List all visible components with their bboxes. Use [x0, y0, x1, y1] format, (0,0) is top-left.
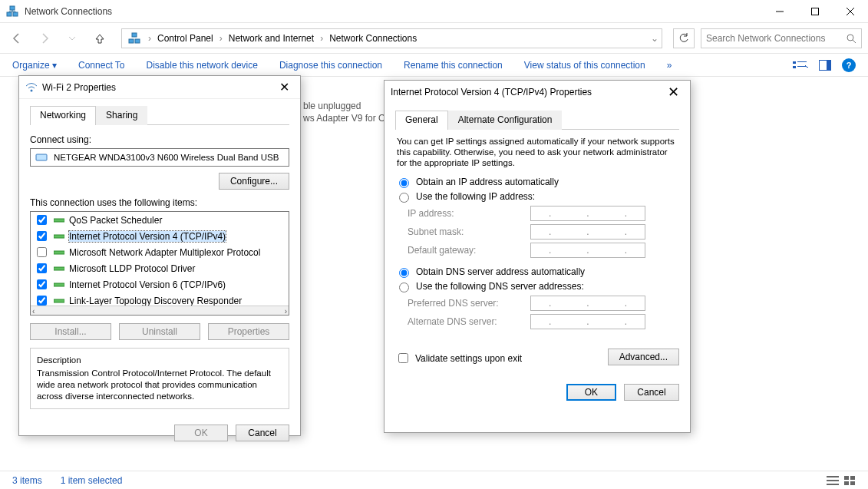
forward-button[interactable]	[34, 28, 55, 49]
tab-alternate[interactable]: Alternate Configuration	[448, 111, 563, 130]
chevron-down-icon[interactable]: ⌄	[651, 33, 658, 44]
rename-button[interactable]: Rename this connection	[404, 60, 503, 71]
radio-input[interactable]	[399, 282, 409, 292]
radio-input[interactable]	[399, 193, 409, 203]
protocol-list[interactable]: QoS Packet SchedulerInternet Protocol Ve…	[30, 211, 289, 316]
checkbox-input[interactable]	[37, 215, 47, 225]
ok-button[interactable]: OK	[174, 425, 228, 441]
details-view-icon[interactable]	[827, 475, 839, 486]
adapter-name: NETGEAR WNDA3100v3 N600 Wireless Dual Ba…	[54, 153, 279, 162]
install-button[interactable]: Install...	[30, 323, 111, 340]
properties-button[interactable]: Properties	[208, 323, 289, 340]
validate-checkbox[interactable]: Validate settings upon exit	[395, 351, 522, 365]
connect-to-button[interactable]: Connect To	[78, 60, 125, 71]
wifi-properties-dialog: Wi-Fi 2 Properties ✕ Networking Sharing …	[18, 75, 301, 436]
close-icon[interactable]: ✕	[663, 84, 684, 101]
svg-rect-4	[812, 8, 819, 15]
diagnose-button[interactable]: Diagnose this connection	[279, 60, 382, 71]
connect-using-label: Connect using:	[30, 134, 289, 145]
protocol-icon	[54, 233, 64, 240]
tab-sharing[interactable]: Sharing	[96, 106, 147, 125]
adapter-field[interactable]: NETGEAR WNDA3100v3 N600 Wireless Dual Ba…	[30, 148, 289, 167]
maximize-button[interactable]	[797, 0, 833, 23]
ok-button[interactable]: OK	[566, 384, 616, 401]
chevron-right-icon[interactable]: ›	[219, 33, 223, 44]
minimize-button[interactable]	[762, 0, 797, 23]
view-status-button[interactable]: View status of this connection	[524, 60, 645, 71]
checkbox-input[interactable]	[37, 263, 47, 273]
preview-pane-icon[interactable]	[819, 60, 831, 71]
subnet-mask-input: ...	[530, 224, 645, 240]
radio-manual-ip[interactable]: Use the following IP address:	[395, 190, 679, 203]
horizontal-scrollbar[interactable]: ‹›	[31, 306, 289, 316]
cancel-button[interactable]: Cancel	[624, 384, 679, 401]
close-button[interactable]	[833, 0, 868, 23]
preferred-dns-input: ...	[530, 296, 645, 311]
search-icon	[846, 33, 856, 44]
advanced-button[interactable]: Advanced...	[608, 349, 679, 365]
wifi-icon	[25, 82, 38, 93]
checkbox-input[interactable]	[398, 353, 408, 363]
checkbox-input[interactable]	[37, 279, 47, 289]
dialog-titlebar[interactable]: Internet Protocol Version 4 (TCP/IPv4) P…	[384, 81, 690, 104]
view-options-icon[interactable]	[793, 60, 808, 71]
titlebar: Network Connections	[0, 0, 868, 23]
tab-general[interactable]: General	[395, 111, 448, 130]
checkbox-input[interactable]	[37, 296, 47, 306]
radio-auto-ip[interactable]: Obtain an IP address automatically	[395, 176, 679, 188]
protocol-item[interactable]: Microsoft LLDP Protocol Driver	[31, 260, 289, 276]
more-commands[interactable]: »	[667, 60, 672, 71]
selection-count: 1 item selected	[61, 475, 123, 486]
protocol-item[interactable]: QoS Packet Scheduler	[31, 212, 289, 228]
dialog-titlebar[interactable]: Wi-Fi 2 Properties ✕	[19, 76, 300, 99]
checkbox-input[interactable]	[37, 231, 47, 241]
description-box: Description Transmission Control Protoco…	[30, 348, 289, 409]
svg-rect-23	[54, 267, 64, 270]
recent-dropdown[interactable]	[61, 28, 83, 49]
checkbox-input[interactable]	[37, 247, 47, 257]
uninstall-button[interactable]: Uninstall	[119, 323, 200, 340]
svg-rect-22	[54, 251, 64, 254]
close-icon[interactable]: ✕	[275, 80, 294, 94]
back-button[interactable]	[6, 28, 28, 49]
network-icon	[6, 5, 18, 18]
breadcrumb[interactable]: › Control Panel › Network and Internet ›…	[121, 28, 662, 48]
disable-device-button[interactable]: Disable this network device	[147, 60, 258, 71]
protocol-icon	[54, 265, 64, 273]
breadcrumb-item[interactable]: Network and Internet	[227, 33, 315, 44]
protocol-label: QoS Packet Scheduler	[69, 215, 162, 226]
svg-rect-1	[13, 12, 18, 16]
tab-networking[interactable]: Networking	[30, 106, 96, 125]
organize-menu[interactable]: Organize ▾	[12, 60, 57, 71]
svg-rect-9	[132, 33, 137, 37]
breadcrumb-item[interactable]: Control Panel	[156, 33, 215, 44]
up-button[interactable]	[89, 28, 111, 49]
cancel-button[interactable]: Cancel	[236, 425, 289, 441]
network-icon	[128, 32, 140, 45]
radio-label: Use the following IP address:	[416, 191, 535, 202]
svg-point-10	[847, 35, 853, 41]
help-icon[interactable]: ?	[842, 58, 856, 72]
breadcrumb-item[interactable]: Network Connections	[328, 33, 418, 44]
svg-rect-0	[7, 12, 12, 16]
protocol-item[interactable]: Link-Layer Topology Discovery Responder	[31, 292, 289, 306]
protocol-item[interactable]: Microsoft Network Adapter Multiplexor Pr…	[31, 244, 289, 260]
chevron-right-icon[interactable]: ›	[320, 33, 323, 44]
refresh-button[interactable]	[673, 28, 695, 48]
large-icons-view-icon[interactable]	[843, 475, 856, 486]
protocol-label: Microsoft LLDP Protocol Driver	[69, 263, 196, 274]
configure-button[interactable]: Configure...	[219, 173, 289, 190]
protocol-item[interactable]: Internet Protocol Version 6 (TCP/IPv6)	[31, 276, 289, 292]
checkbox-label: Validate settings upon exit	[415, 353, 522, 364]
protocol-item[interactable]: Internet Protocol Version 4 (TCP/IPv4)	[31, 228, 289, 244]
radio-manual-dns[interactable]: Use the following DNS server addresses:	[395, 280, 679, 292]
svg-rect-17	[827, 61, 830, 70]
chevron-right-icon[interactable]: ›	[148, 33, 151, 44]
default-gateway-input: ...	[530, 243, 645, 258]
search-input[interactable]: Search Network Connections	[701, 28, 862, 48]
radio-auto-dns[interactable]: Obtain DNS server address automatically	[395, 266, 679, 278]
radio-input[interactable]	[399, 178, 409, 188]
description-title: Description	[37, 355, 282, 366]
protocol-icon	[54, 297, 64, 305]
radio-input[interactable]	[399, 268, 409, 278]
